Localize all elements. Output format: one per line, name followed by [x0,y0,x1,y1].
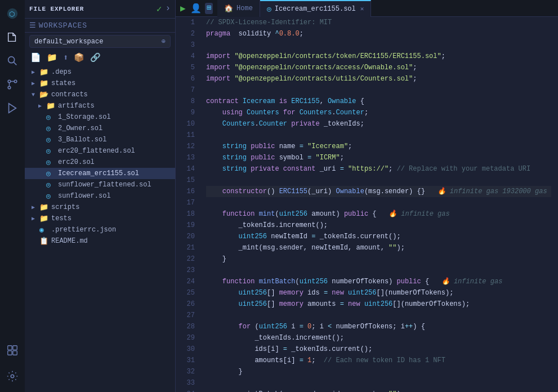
line-numbers: 12345 678910 1112131415 1617181920 21222… [176,17,199,392]
new-folder-icon[interactable]: 📁 [47,52,57,63]
workspace-selector[interactable]: default_workspace ⊕ [29,35,171,48]
code-line: contract Icecream is ERC1155, Ownable { [206,96,551,107]
tree-label: .prettierrc.json [51,226,175,234]
tree-arrow: ▶ [38,103,46,109]
code-line: } [206,366,551,377]
tree-item-prettierrc[interactable]: ◉ .prettierrc.json [25,224,175,235]
code-line: string public name = "Icecream"; [206,141,551,152]
tree-item-scripts[interactable]: ▶ 📁 scripts [25,202,175,213]
json-file-icon: ◉ [39,225,50,234]
code-line [206,265,551,276]
sol-file-icon: ◎ [46,169,56,178]
toggle-icon[interactable]: ⊞ [205,3,213,14]
code-line: uint256[] memory amounts = new uint256[]… [206,299,551,310]
code-line: import "@openzeppelin/contracts/utils/Co… [206,73,551,84]
extensions-icon[interactable] [1,339,24,362]
run-button[interactable]: ▶ [180,3,186,14]
tree-item-sunflower_flattened[interactable]: ◎ sunflower_flattened.sol [25,179,175,190]
code-line [206,39,551,51]
tree-item-states[interactable]: ▶ 📁 states [25,78,175,89]
upload-icon[interactable]: ⬆ [63,52,68,63]
tree-arrow: ▶ [32,80,39,87]
folder-icon: 📁 [39,203,50,212]
tree-label: .deps [51,68,175,76]
tree-item-artifacts[interactable]: ▶ 📁 artifacts [25,100,175,112]
svg-text:⬡: ⬡ [9,11,15,19]
sol-file-icon: ◎ [46,180,56,189]
sol-file-icon: ◎ [46,146,56,155]
activity-bar: ⬡ [0,0,25,392]
settings-icon[interactable] [1,365,24,387]
code-line: _mintBatch(msg.sender, ids, amounts, "")… [206,389,551,392]
tree-item-erc20[interactable]: ◎ erc20.sol [25,157,175,168]
code-content[interactable]: // SPDX-License-Identifier: MIT pragma s… [199,17,558,392]
code-line: function mintBatch(uint256 numberOfToken… [206,276,551,287]
code-line [206,377,551,389]
tree-label: sunflower.sol [58,192,175,200]
debug-icon[interactable] [1,97,24,119]
tree-item-deps[interactable]: ▶ 📁 .deps [25,66,175,78]
code-line: constructor() ERC1155(_uri) Ownable(msg.… [206,186,551,197]
svg-point-6 [8,86,11,89]
tree-label: scripts [51,203,175,211]
code-line [206,84,551,96]
tree-item-erc20_flattened[interactable]: ◎ erc20_flattened.sol [25,145,175,157]
tab-home[interactable]: 🏠 Home [217,0,260,17]
tab-label: Icecream_erc1155.sol [275,5,356,13]
tree-item-1_Storage[interactable]: ◎ 1_Storage.sol [25,112,175,123]
tree-item-tests[interactable]: ▶ 📁 tests [25,213,175,224]
expand-icon[interactable]: › [165,3,171,15]
svg-point-5 [14,80,17,83]
code-line: _tokenIds.increment(); [206,332,551,344]
tree-item-contracts[interactable]: ▼ 📂 contracts [25,89,175,100]
sol-file-icon: ◎ [46,191,56,201]
tree-item-sunflower[interactable]: ◎ sunflower.sol [25,190,175,202]
sol-file-icon: ◎ [46,124,56,133]
workspace-dropdown-icon: ⊕ [162,37,166,46]
folder-icon: 📁 [39,68,50,77]
file-toolbar: 📄 📁 ⬆ 📦 🔗 [25,50,175,65]
search-icon[interactable] [1,50,24,72]
sol-tab-icon: ◎ [267,5,271,14]
tree-arrow: ▼ [32,92,39,98]
folder-open-icon: 📂 [39,90,50,99]
code-line [206,175,551,186]
tree-item-Icecream[interactable]: ◎ Icecream_erc1155.sol [25,168,175,179]
top-bar: ▶ 👤 ⊞ 🏠 Home ◎ Icecream_erc1155.sol ✕ [176,0,558,17]
tree-label: tests [51,215,175,222]
svg-point-2 [8,57,15,63]
tab-close-button[interactable]: ✕ [360,5,364,12]
code-line: _tokenIds.increment(); [206,220,551,231]
tab-icecream[interactable]: ◎ Icecream_erc1155.sol ✕ [260,0,371,17]
publish-icon[interactable]: 📦 [74,52,84,63]
tree-label: 2_Owner.sol [58,124,175,132]
tree-item-readme[interactable]: 📋 README.md [25,235,175,247]
svg-line-3 [14,62,16,65]
tree-label: Icecream_erc1155.sol [58,170,175,177]
code-area: 12345 678910 1112131415 1617181920 21222… [176,17,558,392]
svg-rect-11 [13,351,17,355]
tree-item-2_Owner[interactable]: ◎ 2_Owner.sol [25,123,175,134]
code-line: Counters.Counter private _tokenIds; [206,118,551,130]
check-icon[interactable]: ✓ [157,3,162,15]
svg-point-12 [11,375,14,378]
tabs: 🏠 Home ◎ Icecream_erc1155.sol ✕ [217,0,553,17]
tree-label: contracts [51,91,175,99]
code-line: } [206,253,551,265]
svg-rect-8 [8,346,12,350]
workspace-bar: ☰ WORKSPACES [25,19,175,33]
main-editor: ▶ 👤 ⊞ 🏠 Home ◎ Icecream_erc1155.sol ✕ 12… [176,0,558,392]
logo-icon[interactable]: ⬡ [1,2,24,25]
tree-label: states [51,79,175,87]
tree-item-3_Ballot[interactable]: ◎ 3_Ballot.sol [25,134,175,145]
source-control-icon[interactable] [1,73,24,96]
link-icon[interactable]: 🔗 [90,52,101,63]
new-file-icon[interactable]: 📄 [30,52,41,63]
svg-point-4 [8,80,11,83]
code-line: string private constant _uri = "https://… [206,163,551,175]
file-tree: ▶ 📁 .deps ▶ 📁 states ▼ 📂 contracts ▶ 📁 a… [25,65,175,392]
tree-label: sunflower_flattened.sol [58,181,175,189]
files-icon[interactable] [1,26,24,48]
code-line: uint256[] memory ids = new uint256[](num… [206,287,551,299]
person-icon[interactable]: 👤 [190,3,202,14]
